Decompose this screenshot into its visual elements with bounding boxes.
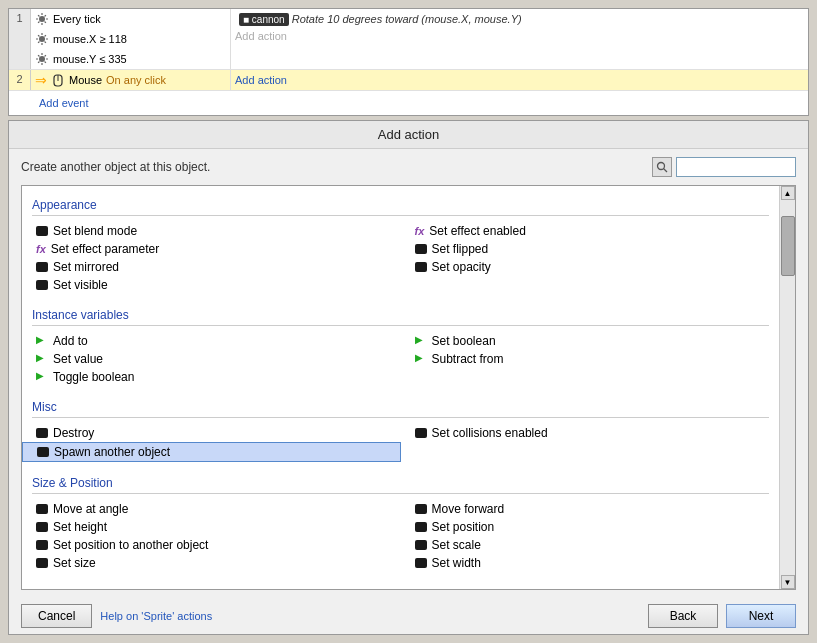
section-misc-divider bbox=[32, 417, 769, 418]
black-dot-icon bbox=[37, 447, 49, 457]
scroll-down-arrow[interactable]: ▼ bbox=[781, 575, 795, 589]
action-label: Set mirrored bbox=[53, 260, 119, 274]
section-instance-variables-header: Instance variables bbox=[22, 302, 779, 325]
black-dot-icon bbox=[415, 244, 427, 254]
event-row-1: 1 Every tick mouse.X ≥ 118 bbox=[9, 9, 808, 70]
action-label: Set effect parameter bbox=[51, 242, 160, 256]
add-action-link-1[interactable]: Add action bbox=[235, 28, 804, 44]
event-actions-1: ■ cannon Rotate 10 degrees toward (mouse… bbox=[231, 9, 808, 69]
action-label: Set position bbox=[432, 520, 495, 534]
condition-text-mouse-x: mouse.X ≥ 118 bbox=[53, 33, 127, 45]
action-toggle-boolean[interactable]: ▶ Toggle boolean bbox=[22, 368, 401, 386]
dialog-content: Appearance Set blend mode fx Set effect … bbox=[21, 185, 796, 590]
black-dot-icon bbox=[415, 522, 427, 532]
action-set-collisions-enabled[interactable]: Set collisions enabled bbox=[401, 424, 780, 442]
action-move-at-angle[interactable]: Move at angle bbox=[22, 500, 401, 518]
cancel-button[interactable]: Cancel bbox=[21, 604, 92, 628]
action-set-effect-enabled[interactable]: fx Set effect enabled bbox=[401, 222, 780, 240]
instance-col-left: ▶ Add to ▶ Set value ▶ Toggle boolean bbox=[22, 332, 401, 386]
action-label: Set scale bbox=[432, 538, 481, 552]
action-subtract-from[interactable]: ▶ Subtract from bbox=[401, 350, 780, 368]
action-set-position-to-another-object[interactable]: Set position to another object bbox=[22, 536, 401, 554]
condition-text-every-tick: Every tick bbox=[53, 13, 101, 25]
fx-icon: fx bbox=[36, 243, 46, 255]
search-input[interactable] bbox=[676, 157, 796, 177]
misc-col-left: Destroy Spawn another object bbox=[22, 424, 401, 462]
misc-col-right: Set collisions enabled bbox=[401, 424, 780, 462]
action-label: Set width bbox=[432, 556, 481, 570]
green-arrow-icon: ▶ bbox=[36, 335, 48, 347]
condition-mouse-x[interactable]: mouse.X ≥ 118 bbox=[31, 29, 230, 49]
action-label: Set flipped bbox=[432, 242, 489, 256]
action-label: Toggle boolean bbox=[53, 370, 134, 384]
instance-columns: ▶ Add to ▶ Set value ▶ Toggle boolean bbox=[22, 332, 779, 386]
svg-point-2 bbox=[39, 56, 45, 62]
action-label: Set effect enabled bbox=[429, 224, 526, 238]
action-set-visible[interactable]: Set visible bbox=[22, 276, 401, 294]
appearance-columns: Set blend mode fx Set effect parameter S… bbox=[22, 222, 779, 294]
section-appearance-divider bbox=[32, 215, 769, 216]
action-destroy[interactable]: Destroy bbox=[22, 424, 401, 442]
appearance-col-left: Set blend mode fx Set effect parameter S… bbox=[22, 222, 401, 294]
black-dot-icon bbox=[36, 428, 48, 438]
dialog-buttons: Cancel Help on 'Sprite' actions Back Nex… bbox=[9, 598, 808, 634]
action-set-scale[interactable]: Set scale bbox=[401, 536, 780, 554]
action-set-flipped[interactable]: Set flipped bbox=[401, 240, 780, 258]
action-list: Appearance Set blend mode fx Set effect … bbox=[22, 186, 779, 589]
search-area bbox=[652, 157, 796, 177]
rotate-text: Rotate 10 degrees toward (mouse.X, mouse… bbox=[292, 13, 522, 25]
gear-icon-3 bbox=[35, 52, 49, 66]
action-set-size[interactable]: Set size bbox=[22, 554, 401, 572]
action-set-mirrored[interactable]: Set mirrored bbox=[22, 258, 401, 276]
action-spawn-another-object[interactable]: Spawn another object bbox=[22, 442, 401, 462]
action-set-width[interactable]: Set width bbox=[401, 554, 780, 572]
condition-mouse-click[interactable]: ⇒ Mouse On any click bbox=[31, 70, 230, 90]
instance-col-right: ▶ Set boolean ▶ Subtract from bbox=[401, 332, 780, 386]
black-dot-icon bbox=[415, 504, 427, 514]
action-set-height[interactable]: Set height bbox=[22, 518, 401, 536]
help-link[interactable]: Help on 'Sprite' actions bbox=[100, 610, 212, 622]
description-text: Create another object at this object. bbox=[21, 160, 210, 174]
black-dot-icon bbox=[36, 262, 48, 272]
green-arrow-icon: ▶ bbox=[36, 353, 48, 365]
scroll-thumb[interactable] bbox=[781, 216, 795, 276]
search-button[interactable] bbox=[652, 157, 672, 177]
condition-every-tick[interactable]: Every tick bbox=[31, 9, 230, 29]
condition-text-mouse-y: mouse.Y ≤ 335 bbox=[53, 53, 127, 65]
action-set-boolean[interactable]: ▶ Set boolean bbox=[401, 332, 780, 350]
scrollbar[interactable]: ▲ ▼ bbox=[779, 186, 795, 589]
action-set-effect-parameter[interactable]: fx Set effect parameter bbox=[22, 240, 401, 258]
action-set-blend-mode[interactable]: Set blend mode bbox=[22, 222, 401, 240]
action-label: Move at angle bbox=[53, 502, 128, 516]
add-action-link-2[interactable]: Add action bbox=[235, 72, 804, 88]
next-button[interactable]: Next bbox=[726, 604, 796, 628]
action-label: Set opacity bbox=[432, 260, 491, 274]
action-cannon: ■ cannon Rotate 10 degrees toward (mouse… bbox=[235, 11, 804, 28]
scroll-up-arrow[interactable]: ▲ bbox=[781, 186, 795, 200]
action-add-to[interactable]: ▶ Add to bbox=[22, 332, 401, 350]
action-set-opacity[interactable]: Set opacity bbox=[401, 258, 780, 276]
black-dot-icon bbox=[36, 226, 48, 236]
action-label: Add to bbox=[53, 334, 88, 348]
svg-point-0 bbox=[39, 16, 45, 22]
event-conditions-1: Every tick mouse.X ≥ 118 mouse.Y ≤ 335 bbox=[31, 9, 231, 69]
action-set-value[interactable]: ▶ Set value bbox=[22, 350, 401, 368]
section-instance-divider bbox=[32, 325, 769, 326]
action-set-position[interactable]: Set position bbox=[401, 518, 780, 536]
black-dot-icon bbox=[415, 262, 427, 272]
add-action-dialog: Add action Create another object at this… bbox=[8, 120, 809, 635]
gear-icon-2 bbox=[35, 32, 49, 46]
svg-line-6 bbox=[664, 169, 668, 173]
condition-mouse-y[interactable]: mouse.Y ≤ 335 bbox=[31, 49, 230, 69]
section-misc-header: Misc bbox=[22, 394, 779, 417]
add-event-link[interactable]: Add event bbox=[33, 93, 95, 113]
action-move-forward[interactable]: Move forward bbox=[401, 500, 780, 518]
section-size-divider bbox=[32, 493, 769, 494]
section-appearance-header: Appearance bbox=[22, 192, 779, 215]
green-arrow-icon: ▶ bbox=[36, 371, 48, 383]
black-dot-icon bbox=[415, 558, 427, 568]
action-label: Subtract from bbox=[432, 352, 504, 366]
back-button[interactable]: Back bbox=[648, 604, 718, 628]
event-number-1: 1 bbox=[9, 9, 31, 69]
action-label: Set size bbox=[53, 556, 96, 570]
